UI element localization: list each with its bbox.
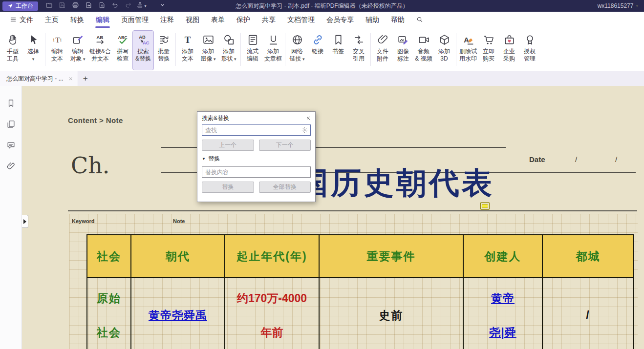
menu-label: 文件 — [20, 16, 33, 24]
open-file-button[interactable] — [43, 0, 56, 12]
menu-doc-manage[interactable]: 文档管理 — [281, 12, 321, 28]
attachments-panel-button[interactable] — [6, 162, 16, 171]
ribbon-audio-video[interactable]: 音频& 视频 — [413, 31, 434, 70]
ribbon-edit-text[interactable]: iTi编辑文本 — [47, 31, 67, 70]
ribbon-flow-edit[interactable]: 流式编辑 — [242, 31, 263, 70]
ribbon-batch-replace[interactable]: 批量替换 — [153, 31, 174, 70]
expand-panel-handle[interactable] — [22, 215, 28, 228]
chapter-heading: Ch. — [71, 152, 109, 179]
ribbon-file-attachment[interactable]: 文件附件 — [372, 31, 393, 70]
replace-section-toggle[interactable]: ▼ 替换 — [202, 155, 311, 163]
new-tab-button[interactable]: + — [78, 74, 93, 83]
close-icon[interactable] — [306, 116, 311, 121]
ribbon-cross-reference[interactable]: 交叉引用 — [348, 31, 369, 70]
table-link[interactable]: 尧|舜 — [489, 325, 516, 340]
window-title: 怎么面对高中学习 - 副本.pdf - 福昕PDF编辑器（未经授权的产品） — [236, 0, 408, 12]
menu-convert[interactable]: 转换 — [64, 12, 90, 28]
find-input[interactable] — [202, 124, 311, 136]
replace-button[interactable]: 替换 — [202, 182, 254, 193]
account-menu[interactable]: wx118615277 ▾ — [598, 2, 644, 9]
ribbon-buy-now[interactable]: 立即购买 — [478, 31, 499, 70]
menu-form[interactable]: 表单 — [205, 12, 231, 28]
table-header-cell: 起止年代(年) — [225, 235, 320, 277]
ribbon-label: 选择▾ — [27, 48, 39, 63]
convert-file-button[interactable] — [95, 0, 108, 12]
sign-tool-button[interactable]: ▾ — [135, 0, 148, 12]
table-text: 年前 — [261, 325, 283, 340]
redo-button[interactable] — [122, 0, 135, 12]
menu-label: 主页 — [45, 16, 59, 24]
undo-button[interactable] — [108, 0, 122, 12]
collapse-toolbar-button[interactable] — [156, 0, 169, 12]
table-link[interactable]: 黄帝 — [491, 291, 515, 306]
add_image-icon — [202, 33, 215, 46]
ribbon-add-shape[interactable]: 添加形状 ▾ — [218, 31, 239, 70]
table-link[interactable]: 黄帝尧舜禹 — [149, 308, 207, 323]
export2-icon — [98, 1, 106, 10]
ribbon-link-merge-text[interactable]: AB链接&合并文本 — [88, 31, 112, 70]
workspace-button[interactable]: 工作台 — [2, 1, 38, 11]
breadcrumb: Content > Note — [68, 116, 123, 124]
dialog-header[interactable]: 搜索&替换 — [197, 112, 315, 124]
search-options-gear-icon[interactable] — [301, 126, 308, 134]
ribbon-enterprise-purchase[interactable]: 企业采购 — [499, 31, 519, 70]
export-file-button[interactable] — [82, 0, 95, 12]
close-tab-icon[interactable] — [68, 77, 73, 81]
ribbon-select[interactable]: 选择▾ — [23, 31, 43, 70]
edit_object-icon — [72, 33, 84, 46]
date-separator: / — [615, 155, 617, 164]
menu-edit[interactable]: 编辑 — [90, 12, 115, 28]
document-tab[interactable]: 怎么面对高中学习 - ... — [0, 71, 78, 86]
quick-toolbar: ▾ — [43, 0, 169, 12]
next-button[interactable]: 下一个 — [259, 140, 311, 151]
ribbon-add-text[interactable]: T添加文本 — [177, 31, 198, 70]
ribbon-add-image[interactable]: 添加图像 ▾ — [198, 31, 218, 70]
print-icon — [72, 1, 79, 10]
menu-assist[interactable]: 辅助 — [360, 12, 385, 28]
ribbon-label: 编辑文本 — [51, 48, 63, 62]
menu-share[interactable]: 共享 — [256, 12, 281, 28]
ribbon-bookmark[interactable]: 书签 — [328, 31, 348, 70]
left-panel-bar — [0, 86, 22, 349]
menu-protect[interactable]: 保护 — [231, 12, 256, 28]
ribbon-label: 图像标注 — [397, 48, 409, 62]
print-button[interactable] — [69, 0, 82, 12]
replace-all-button[interactable]: 全部替换 — [259, 182, 311, 193]
comments-panel-button[interactable] — [6, 141, 16, 150]
table-cell: 原始社会 — [87, 278, 131, 349]
ribbon-image-annotation[interactable]: 图像标注 — [393, 31, 413, 70]
menu-home[interactable]: 主页 — [39, 12, 64, 28]
ribbon-edit-object[interactable]: 编辑对象 ▾ — [67, 31, 88, 70]
export1-icon — [85, 1, 92, 10]
ribbon-hand-tool[interactable]: 手型工具 — [2, 31, 23, 70]
pages-panel-button[interactable] — [6, 120, 16, 129]
remove_watermark-icon: A — [462, 33, 474, 46]
ribbon-spell-check[interactable]: ABC拼写检查 — [112, 31, 133, 70]
ribbon-remove-trial-watermark[interactable]: A删除试用水印 — [458, 31, 478, 70]
previous-button[interactable]: 上一个 — [202, 140, 254, 151]
batch_replace-icon — [158, 33, 170, 46]
menu-label: 会员专享 — [326, 16, 354, 24]
cross_ref-icon — [353, 33, 365, 46]
menu-label: 转换 — [70, 16, 84, 24]
ribbon-label: 音频& 视频 — [415, 48, 432, 62]
menu-comment[interactable]: 注释 — [154, 12, 180, 28]
replace-input[interactable] — [202, 166, 311, 178]
stamp-icon — [136, 1, 144, 10]
ribbon-web-link[interactable]: 网络链接 ▾ — [287, 31, 307, 70]
menu-file[interactable]: 文件 — [4, 12, 39, 28]
menu-help[interactable]: 帮助 — [385, 12, 410, 28]
ribbon-search-replace[interactable]: ABAC搜索&替换 — [133, 31, 153, 70]
menu-search[interactable] — [410, 12, 429, 28]
menu-member[interactable]: 会员专享 — [321, 12, 360, 28]
bookmarks-panel-button[interactable] — [6, 99, 16, 108]
ribbon-add-article-box[interactable]: 添加文章框 — [263, 31, 283, 70]
ribbon-add-3d[interactable]: 添加3D — [434, 31, 454, 70]
svg-text:ABC: ABC — [118, 35, 128, 40]
menu-view[interactable]: 视图 — [180, 12, 205, 28]
ribbon-license-manage[interactable]: 授权管理 — [519, 31, 540, 70]
comment-note-icon[interactable] — [480, 202, 490, 210]
ribbon-link[interactable]: 链接 — [307, 31, 328, 70]
menu-page-manage[interactable]: 页面管理 — [115, 12, 154, 28]
save-button[interactable] — [56, 0, 69, 12]
